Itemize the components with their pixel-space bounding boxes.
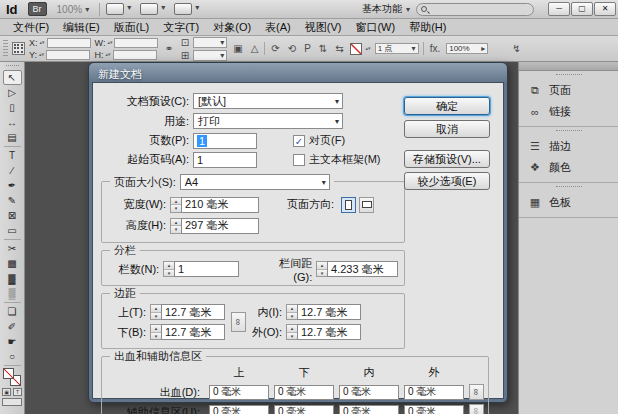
gutter-stepper[interactable]: ▴▾ xyxy=(316,261,327,277)
column-count-field[interactable]: 1 xyxy=(174,261,239,277)
gap-tool[interactable]: ↔ xyxy=(3,115,22,130)
eyedropper-tool[interactable]: ✐ xyxy=(3,319,22,334)
stroke-weight-combo[interactable]: 1 点 ▾ xyxy=(375,43,419,54)
slug-top-field[interactable]: 0 毫米 xyxy=(209,405,269,414)
zoom-tool[interactable]: ○ xyxy=(3,349,22,364)
ok-button[interactable]: 确定 xyxy=(404,97,490,115)
save-preset-button[interactable]: 存储预设(V)... xyxy=(404,150,490,168)
menu-table[interactable]: 表(A) xyxy=(258,19,298,36)
h-field[interactable] xyxy=(113,50,157,60)
panel-tab-links[interactable]: ∞ 链接 xyxy=(519,101,618,122)
close-button[interactable]: ✕ xyxy=(594,2,616,16)
menu-type[interactable]: 文字(T) xyxy=(156,19,206,36)
pages-field[interactable]: 1 xyxy=(193,133,257,149)
minimize-button[interactable]: ─ xyxy=(548,2,570,16)
spinner-icon[interactable]: ▴▾ xyxy=(39,52,44,57)
pencil-tool[interactable]: ✎ xyxy=(3,193,22,208)
cancel-button[interactable]: 取消 xyxy=(404,120,490,138)
column-count-stepper[interactable]: ▴▾ xyxy=(163,261,174,277)
margin-top-field[interactable]: 12.7 毫米 xyxy=(161,304,225,320)
facing-pages-checkbox[interactable]: ✓ 对页(F) xyxy=(293,133,345,148)
bleed-inside-field[interactable]: 0 毫米 xyxy=(339,385,399,400)
panel-tab-color[interactable]: ❖ 颜色 xyxy=(519,157,618,178)
screen-mode-icon[interactable] xyxy=(140,3,158,15)
slug-outside-field[interactable]: 0 毫米 xyxy=(404,405,464,414)
margin-inside-field[interactable]: 12.7 毫米 xyxy=(297,304,361,320)
margin-outside-stepper[interactable]: ▴▾ xyxy=(286,324,297,340)
type-tool[interactable]: T xyxy=(3,148,22,163)
margin-inside-stepper[interactable]: ▴▾ xyxy=(286,304,297,320)
scale-y-combo[interactable]: ▾ xyxy=(193,50,227,61)
rotate-ccw-icon[interactable]: ⟲ xyxy=(286,43,298,54)
dock-collapse-bar[interactable] xyxy=(519,62,618,71)
zoom-level-dropdown[interactable]: 100% ▾ xyxy=(53,4,94,15)
opacity-combo[interactable]: 100% ▸ xyxy=(446,43,488,54)
scale-x-combo[interactable]: ▾ xyxy=(193,37,227,48)
scissors-tool[interactable]: ✂ xyxy=(3,241,22,256)
arrange-documents-icon[interactable] xyxy=(174,3,192,15)
spinner-icon[interactable]: ▴▾ xyxy=(106,52,111,57)
menu-edit[interactable]: 编辑(E) xyxy=(56,19,107,36)
formatting-container-icon[interactable]: ▣ xyxy=(2,388,11,396)
start-page-field[interactable]: 1 xyxy=(193,152,257,168)
reference-point-proxy[interactable] xyxy=(12,42,25,55)
y-field[interactable] xyxy=(46,50,90,60)
selection-tool[interactable]: ↖ xyxy=(3,70,22,85)
workspace-switcher[interactable]: 基本功能 ▾ xyxy=(362,2,410,16)
intent-dropdown[interactable]: 打印 ▾ xyxy=(193,113,343,129)
orientation-portrait-button[interactable] xyxy=(341,197,356,213)
maximize-button[interactable]: ▢ xyxy=(571,2,593,16)
note-tool[interactable]: ❏ xyxy=(3,304,22,319)
master-frame-checkbox[interactable]: 主文本框架(M) xyxy=(293,152,381,167)
spinner-icon[interactable]: ▴▾ xyxy=(107,40,112,45)
margin-top-stepper[interactable]: ▴▾ xyxy=(150,304,161,320)
height-stepper[interactable]: ▴▾ xyxy=(170,218,181,234)
menu-view[interactable]: 视图(V) xyxy=(298,19,349,36)
fill-swatch[interactable] xyxy=(3,368,14,379)
x-field[interactable] xyxy=(47,38,91,48)
margin-outside-field[interactable]: 12.7 毫米 xyxy=(297,324,361,340)
width-field[interactable]: 210 毫米 xyxy=(181,197,259,213)
spinner-icon[interactable]: ▴▾ xyxy=(366,46,371,51)
panel-drag-handle[interactable] xyxy=(556,130,582,133)
gradient-tool[interactable]: ▓ xyxy=(3,271,22,286)
panel-drag-handle[interactable] xyxy=(556,74,582,77)
w-field[interactable] xyxy=(114,38,158,48)
fill-stroke-swatches[interactable] xyxy=(3,368,21,386)
panel-drag-handle[interactable] xyxy=(6,65,19,67)
margins-link-icon[interactable]: ∞ xyxy=(231,312,246,332)
frame-tool[interactable]: ⊠ xyxy=(3,208,22,223)
lock-icon[interactable]: ▣ xyxy=(231,43,244,54)
preset-dropdown[interactable]: [默认] ▾ xyxy=(193,93,343,109)
slug-inside-field[interactable]: 0 毫米 xyxy=(339,405,399,414)
slug-bottom-field[interactable]: 0 毫米 xyxy=(274,405,334,414)
menu-window[interactable]: 窗口(W) xyxy=(348,19,402,36)
hand-tool[interactable]: ☛ xyxy=(3,334,22,349)
rotate-cw-icon[interactable]: ⟳ xyxy=(269,43,281,54)
effects-icon[interactable]: fx. xyxy=(428,43,443,54)
rectangle-tool[interactable]: ▭ xyxy=(3,223,22,238)
spinner-icon[interactable]: ▴▾ xyxy=(40,40,45,45)
view-mode-button[interactable] xyxy=(2,398,22,406)
search-input[interactable] xyxy=(416,3,534,16)
constrain-proportions-icon[interactable]: ⚭ xyxy=(162,43,174,54)
bleed-top-field[interactable]: 0 毫米 xyxy=(209,385,269,400)
view-options-icon[interactable] xyxy=(106,3,124,15)
orientation-landscape-button[interactable] xyxy=(359,197,374,213)
page-size-dropdown[interactable]: A4 ▾ xyxy=(180,174,330,190)
line-tool[interactable]: ∕ xyxy=(3,163,22,178)
gutter-field[interactable]: 4.233 毫米 xyxy=(327,261,398,277)
direct-selection-tool[interactable]: ▷ xyxy=(3,85,22,100)
stroke-color-none-swatch[interactable] xyxy=(350,43,362,55)
bleed-outside-field[interactable]: 0 毫米 xyxy=(404,385,464,400)
flip-text-icon[interactable]: P xyxy=(302,43,313,54)
free-transform-tool[interactable]: ▩ xyxy=(3,256,22,271)
margin-bottom-stepper[interactable]: ▴▾ xyxy=(150,324,161,340)
width-stepper[interactable]: ▴▾ xyxy=(170,197,181,213)
gradient-feather-tool[interactable]: ▒ xyxy=(3,286,22,301)
height-field[interactable]: 297 毫米 xyxy=(181,218,259,234)
bleed-link-icon[interactable]: ∞ xyxy=(469,384,484,400)
formatting-text-icon[interactable]: T xyxy=(13,388,22,396)
bridge-button[interactable]: Br xyxy=(28,2,47,16)
fewer-options-button[interactable]: 较少选项(E) xyxy=(404,172,490,190)
